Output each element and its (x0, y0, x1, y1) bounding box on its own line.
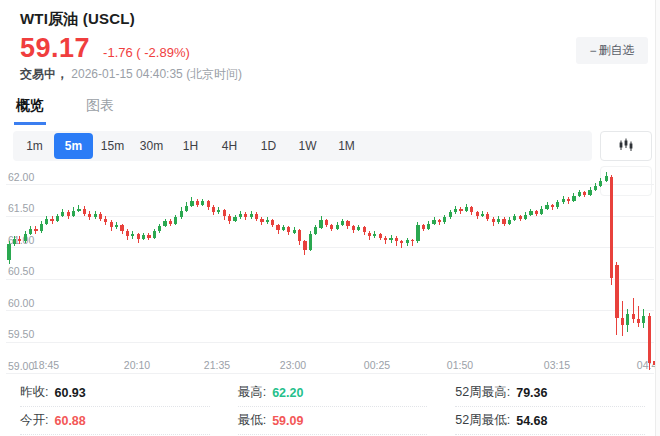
timezone-note: (北京时间) (186, 67, 242, 81)
interval-5m[interactable]: 5m (54, 133, 93, 159)
interval-bar: 1m 5m 15m 30m 1H 4H 1D 1W 1M (13, 131, 592, 161)
tab-bar: 概览 图表 (14, 97, 116, 125)
svg-text:21:35: 21:35 (204, 359, 230, 371)
minus-icon: − (589, 44, 596, 58)
stat-label: 52周最高: (455, 384, 510, 401)
svg-text:03:15: 03:15 (544, 359, 570, 371)
trading-status: 交易中， 2026-01-15 04:40:35 (北京时间) (20, 66, 242, 83)
chart-type-button[interactable] (600, 131, 652, 161)
quote-timestamp: 2026-01-15 04:40:35 (71, 67, 182, 81)
stat-value: 60.93 (54, 386, 85, 400)
stat-value: 79.36 (516, 386, 547, 400)
trading-state-label: 交易中， (20, 67, 68, 81)
candlestick-icon (618, 137, 634, 156)
price-change: -1.76 ( -2.89%) (103, 45, 190, 60)
stat-value: 54.68 (516, 414, 547, 428)
quote-page: WTI原油 (USCL) 59.17 -1.76 ( -2.89%) − 删自选… (0, 0, 660, 436)
interval-30m[interactable]: 30m (132, 133, 171, 159)
svg-text:59.50: 59.50 (8, 328, 34, 340)
stat-label: 52周最低: (455, 412, 510, 429)
interval-4h[interactable]: 4H (210, 133, 249, 159)
svg-text:00:25: 00:25 (364, 359, 390, 371)
interval-1d[interactable]: 1D (249, 133, 288, 159)
svg-text:20:10: 20:10 (124, 359, 150, 371)
svg-text:60.50: 60.50 (8, 265, 34, 277)
stat-low: 最低: 59.09 (238, 407, 428, 435)
remove-watchlist-button[interactable]: − 删自选 (576, 37, 648, 64)
scrollbar-track[interactable] (655, 0, 660, 436)
price-row: 59.17 -1.76 ( -2.89%) (20, 33, 190, 64)
remove-watchlist-label: 删自选 (599, 42, 635, 59)
stat-52w-low: 52周最低: 54.68 (455, 407, 645, 435)
svg-text:60.00: 60.00 (8, 297, 34, 309)
last-price: 59.17 (20, 33, 90, 64)
interval-1h[interactable]: 1H (171, 133, 210, 159)
stat-label: 昨收: (20, 384, 48, 401)
stat-label: 最高: (238, 384, 266, 401)
stat-value: 62.20 (272, 386, 303, 400)
stat-label: 最低: (238, 412, 266, 429)
stat-label: 今开: (20, 412, 48, 429)
tab-overview[interactable]: 概览 (14, 97, 46, 125)
tab-chart[interactable]: 图表 (84, 97, 116, 125)
svg-text:59.00: 59.00 (8, 360, 34, 372)
candlestick-chart[interactable]: 62.0061.5061.0060.5060.0059.5059.0018:45… (0, 162, 660, 377)
stat-52w-high: 52周最高: 79.36 (455, 379, 645, 407)
svg-text:01:50: 01:50 (447, 359, 473, 371)
interval-15m[interactable]: 15m (93, 133, 132, 159)
stat-value: 59.09 (272, 414, 303, 428)
svg-text:61.50: 61.50 (8, 202, 34, 214)
stat-prev-close: 昨收: 60.93 (20, 379, 210, 407)
interval-1m-month[interactable]: 1M (327, 133, 366, 159)
stat-open: 今开: 60.88 (20, 407, 210, 435)
stat-value: 60.88 (54, 414, 85, 428)
stats-table: 昨收: 60.93 最高: 62.20 52周最高: 79.36 今开: 60.… (0, 379, 660, 435)
svg-text:23:00: 23:00 (280, 359, 306, 371)
interval-1w[interactable]: 1W (288, 133, 327, 159)
svg-text:62.00: 62.00 (8, 171, 34, 183)
page-title: WTI原油 (USCL) (20, 10, 135, 29)
svg-text:18:45: 18:45 (33, 359, 59, 371)
interval-1m[interactable]: 1m (15, 133, 54, 159)
stat-high: 最高: 62.20 (238, 379, 428, 407)
